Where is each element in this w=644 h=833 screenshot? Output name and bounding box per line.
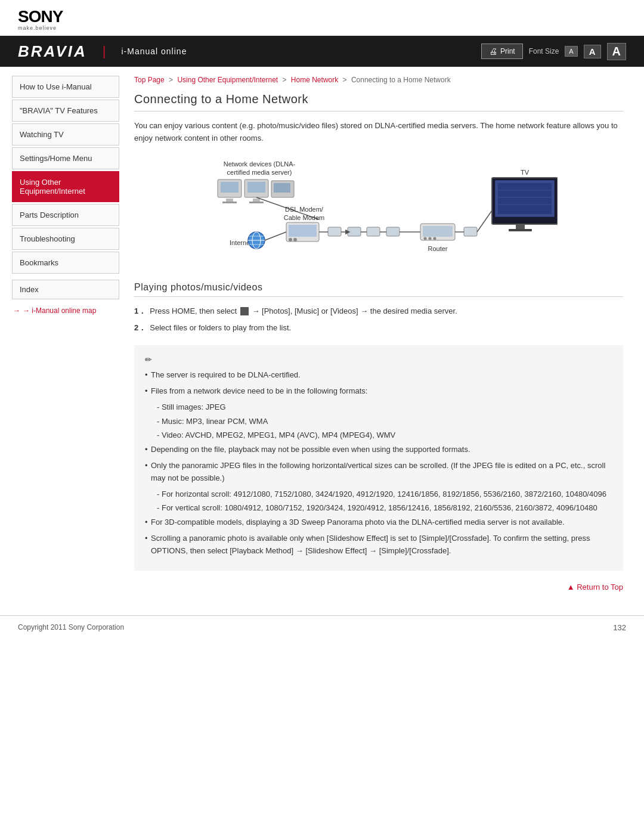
sony-logo: SONY make.believe (18, 7, 626, 31)
sidebar-item-using-other[interactable]: Using Other Equipment/Internet (12, 171, 119, 202)
notes-box: ✏ The server is required to be DLNA-cert… (134, 345, 623, 570)
footer-page-number: 132 (613, 623, 626, 632)
section-playing-title: Playing photos/music/videos (134, 282, 623, 297)
breadcrumb-using-other[interactable]: Using Other Equipment/Internet (177, 76, 278, 84)
imanual-map-link[interactable]: → → i-Manual online map (12, 306, 119, 315)
svg-rect-16 (289, 225, 317, 237)
svg-point-39 (434, 237, 436, 240)
svg-text:DSL Modem/: DSL Modem/ (285, 206, 324, 213)
intro-text: You can enjoy various content (e.g. phot… (134, 120, 623, 145)
return-to-top-link[interactable]: ▲ Return to Top (567, 583, 623, 592)
sidebar-item-settings[interactable]: Settings/Home Menu (12, 147, 119, 169)
bravia-logo: BRAVIA (18, 42, 87, 61)
breadcrumb-home-network[interactable]: Home Network (291, 76, 338, 84)
svg-rect-4 (226, 199, 233, 202)
print-button[interactable]: 🖨 Print (481, 44, 523, 59)
font-size-large-button[interactable]: A (607, 43, 626, 60)
svg-rect-51 (516, 224, 525, 229)
svg-rect-9 (249, 202, 264, 203)
step-1-text: Press HOME, then select → [Photos], [Mus… (150, 305, 457, 318)
sidebar-item-bravia-features[interactable]: "BRAVIA" TV Features (12, 100, 119, 122)
breadcrumb-sep1: > (169, 76, 175, 84)
bravia-bar: BRAVIA | i-Manual online 🖨 Print Font Si… (0, 36, 644, 67)
footer-copyright: Copyright 2011 Sony Corporation (18, 623, 124, 631)
svg-text:certified media server): certified media server) (227, 169, 292, 176)
footer: Copyright 2011 Sony Corporation 132 (0, 615, 644, 639)
sidebar-item-bookmarks[interactable]: Bookmarks (12, 252, 119, 274)
svg-line-43 (477, 210, 492, 232)
font-size-med-button[interactable]: A (584, 45, 601, 58)
svg-rect-52 (509, 229, 532, 231)
imanual-map-label: → i-Manual online map (23, 306, 96, 315)
note-4-sub1: - For horizontal scroll: 4912/1080, 7152… (145, 488, 612, 501)
steps-list: 1． Press HOME, then select → [Photos], [… (134, 305, 623, 335)
sidebar: How to Use i-Manual "BRAVIA" TV Features… (0, 67, 119, 609)
svg-rect-41 (464, 227, 477, 236)
note-6: Scrolling a panoramic photo is available… (145, 532, 612, 558)
breadcrumb-current: Connecting to a Home Network (351, 76, 451, 84)
svg-point-37 (424, 237, 427, 240)
return-to-top[interactable]: ▲ Return to Top (134, 583, 623, 592)
svg-rect-28 (348, 227, 361, 236)
notes-icon: ✏ (145, 355, 612, 364)
svg-rect-36 (423, 226, 453, 237)
svg-rect-32 (386, 227, 400, 236)
svg-rect-47 (498, 183, 552, 214)
font-size-small-button[interactable]: A (565, 46, 577, 57)
svg-text:Network devices (DLNA-: Network devices (DLNA- (224, 160, 296, 168)
svg-rect-11 (274, 183, 290, 193)
svg-text:Router: Router (428, 245, 447, 252)
note-2-sub3: - Video: AVCHD, MPEG2, MPEG1, MP4 (AVC),… (145, 429, 612, 442)
breadcrumb-sep3: > (343, 76, 349, 84)
home-icon (240, 307, 249, 315)
svg-point-17 (289, 238, 292, 241)
breadcrumb-sep2: > (283, 76, 289, 84)
page-title: Connecting to a Home Network (134, 92, 623, 112)
svg-text:Cable Modem: Cable Modem (284, 214, 324, 221)
svg-line-25 (265, 232, 286, 240)
arrow-icon: → (13, 306, 20, 315)
svg-point-18 (293, 238, 297, 241)
bravia-bar-divider: | (103, 44, 106, 59)
note-4: Only the panoramic JPEG files in the fol… (145, 460, 612, 485)
breadcrumb-top[interactable]: Top Page (134, 76, 165, 84)
font-size-label: Font Size (529, 47, 559, 55)
step-1: 1． Press HOME, then select → [Photos], [… (134, 305, 623, 318)
step-2-text: Select files or folders to play from the… (150, 322, 291, 335)
note-3: Depending on the file, playback may not … (145, 444, 612, 456)
svg-rect-7 (247, 182, 265, 193)
svg-rect-5 (222, 202, 237, 203)
breadcrumb: Top Page > Using Other Equipment/Interne… (134, 76, 623, 84)
note-2: Files from a network device need to be i… (145, 385, 612, 398)
step-2: 2． Select files or folders to play from … (134, 322, 623, 335)
svg-rect-3 (221, 182, 239, 193)
print-label: Print (500, 47, 515, 55)
note-5: For 3D-compatible models, displaying a 3… (145, 516, 612, 529)
imanual-text: i-Manual online (121, 47, 187, 56)
step-1-num: 1． (134, 305, 146, 318)
sidebar-item-how-to-use[interactable]: How to Use i-Manual (12, 76, 119, 98)
print-icon: 🖨 (489, 47, 497, 56)
note-1: The server is required to be DLNA-certif… (145, 369, 612, 382)
step-2-num: 2． (134, 322, 146, 335)
note-2-sub1: - Still images: JPEG (145, 401, 612, 414)
main-container: How to Use i-Manual "BRAVIA" TV Features… (0, 67, 644, 609)
svg-rect-30 (367, 227, 380, 236)
top-bar: SONY make.believe (0, 0, 644, 36)
svg-rect-26 (328, 227, 341, 236)
network-diagram: Network devices (DLNA- certified media s… (134, 157, 623, 267)
note-4-sub2: - For vertical scroll: 1080/4912, 1080/7… (145, 502, 612, 515)
content-area: Top Page > Using Other Equipment/Interne… (119, 67, 644, 609)
svg-text:TV: TV (521, 169, 530, 176)
bravia-right: 🖨 Print Font Size A A A (481, 43, 626, 60)
svg-rect-8 (253, 199, 260, 202)
sidebar-item-watching-tv[interactable]: Watching TV (12, 123, 119, 145)
note-2-sub2: - Music: MP3, linear PCM, WMA (145, 416, 612, 428)
bravia-left: BRAVIA | i-Manual online (18, 42, 187, 61)
sidebar-item-troubleshooting[interactable]: Troubleshooting (12, 228, 119, 250)
diagram-svg: Network devices (DLNA- certified media s… (200, 157, 558, 267)
svg-point-38 (429, 237, 432, 240)
sidebar-item-index[interactable]: Index (12, 280, 119, 299)
sidebar-item-parts[interactable]: Parts Description (12, 204, 119, 226)
sony-text: SONY (18, 7, 63, 26)
